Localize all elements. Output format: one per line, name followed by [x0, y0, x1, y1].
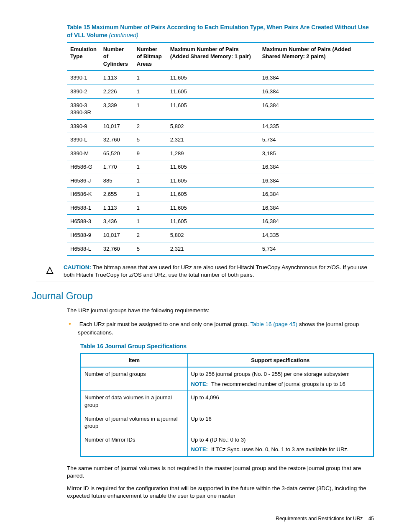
table-row: 3390-910,01725,80214,335 — [67, 119, 374, 133]
table-cell: 2,226 — [100, 85, 133, 98]
th-max2: Maximum Number of Pairs (Added Shared Me… — [259, 42, 374, 71]
table-cell: 5,802 — [167, 228, 259, 242]
th-emulation: Emulation Type — [67, 42, 100, 71]
th-cylinders: Number of Cylinders — [100, 42, 133, 71]
caution-label: CAUTION: — [64, 264, 91, 270]
table-cell: 10,017 — [100, 228, 133, 242]
table-cell-spec: Up to 4 (ID No.: 0 to 3)NOTE:If TCz Sync… — [187, 433, 373, 457]
paragraph-after-1: The same number of journal volumes is no… — [67, 465, 374, 480]
table-cell: 5,734 — [259, 133, 374, 147]
requirements-list: Each URz pair must be assigned to one an… — [78, 319, 374, 337]
table15-caption: Table 15 Maximum Number of Pairs Accordi… — [67, 23, 374, 39]
table-cell: 1 — [133, 215, 167, 229]
table-cell: H6588-L — [67, 242, 100, 256]
paragraph-after-2: Mirror ID is required for the configurat… — [67, 485, 374, 500]
th-bitmap: Number of Bitmap Areas — [133, 42, 167, 71]
table-cell-item: Number of journal groups — [81, 367, 187, 391]
table-row: 3390-22,226111,60516,384 — [67, 85, 374, 98]
table-cell: H6586-J — [67, 174, 100, 188]
table16: Item Support specifications Number of jo… — [80, 353, 374, 457]
caution-body: CAUTION: The bitmap areas that are used … — [64, 264, 374, 279]
table-cell: 11,605 — [167, 85, 259, 98]
table-row: H6588-11,113111,60516,384 — [67, 201, 374, 215]
table-cell: 1 — [133, 201, 167, 215]
table-cell: H6586-K — [67, 188, 100, 201]
table16-link[interactable]: Table 16 (page 45) — [251, 321, 298, 327]
table-cell: 1,770 — [100, 160, 133, 174]
table-cell: 3390-2 — [67, 85, 100, 98]
inline-note-text: If TCz Sync. uses No. 0, No. 1 to 3 are … — [211, 446, 349, 452]
table-cell: 1 — [133, 98, 167, 119]
table-row: 3390-L32,76052,3215,734 — [67, 133, 374, 147]
table-cell: 11,605 — [167, 71, 259, 85]
table-cell: 1 — [133, 174, 167, 188]
table-cell: H6588-3 — [67, 215, 100, 229]
table-cell: 2 — [133, 228, 167, 242]
table-row: Number of journal groupsUp to 256 journa… — [81, 367, 373, 391]
table-cell: 1 — [133, 85, 167, 98]
inline-note-label: NOTE: — [191, 446, 208, 452]
inline-note-label: NOTE: — [191, 381, 208, 387]
table-row: H6588-910,01725,80214,335 — [67, 228, 374, 242]
table-cell: H6586-G — [67, 160, 100, 174]
table-cell: 16,384 — [259, 174, 374, 188]
table-row: H6588-L32,76052,3215,734 — [67, 242, 374, 256]
table-cell-item: Number of data volumes in a journal grou… — [81, 391, 187, 412]
table-cell: 32,760 — [100, 242, 133, 256]
th-item: Item — [81, 353, 187, 368]
table-cell: 5,802 — [167, 119, 259, 133]
table-cell: 32,760 — [100, 133, 133, 147]
table-cell: 5 — [133, 133, 167, 147]
table-cell: 11,605 — [167, 215, 259, 229]
table-cell: 2,655 — [100, 188, 133, 201]
table-cell-item: Number of journal volumes in a journal g… — [81, 412, 187, 433]
table-cell: 3390-L — [67, 133, 100, 147]
table-cell: 1,113 — [100, 71, 133, 85]
table-cell: 3,185 — [259, 146, 374, 160]
table-cell: 1 — [133, 160, 167, 174]
table-cell: 2 — [133, 119, 167, 133]
table15-caption-continued: (continued) — [109, 32, 138, 39]
footer-text: Requirements and Restrictions for URz — [276, 516, 363, 522]
table-cell: 16,384 — [259, 71, 374, 85]
caution-block: △ CAUTION: The bitmap areas that are use… — [36, 264, 374, 279]
table-cell: 11,605 — [167, 98, 259, 119]
table-cell: H6588-1 — [67, 201, 100, 215]
table-cell: 11,605 — [167, 160, 259, 174]
th-max1: Maximum Number of Pairs (Added Shared Me… — [167, 42, 259, 71]
table-row: H6588-33,436111,60516,384 — [67, 215, 374, 229]
table-cell: H6588-9 — [67, 228, 100, 242]
table-cell: 3390-3 3390-3R — [67, 98, 100, 119]
table-cell: 10,017 — [100, 119, 133, 133]
table-cell: 3,339 — [100, 98, 133, 119]
table-cell: 16,384 — [259, 98, 374, 119]
th-spec: Support specifications — [187, 353, 373, 368]
table-cell-spec: Up to 256 journal groups (No. 0 - 255) p… — [187, 367, 373, 391]
table-cell-spec: Up to 4,096 — [187, 391, 373, 412]
table-row: 3390-3 3390-3R3,339111,60516,384 — [67, 98, 374, 119]
table-cell: 3390-9 — [67, 119, 100, 133]
table-cell-spec: Up to 16 — [187, 412, 373, 433]
table-cell: 11,605 — [167, 188, 259, 201]
table-row: H6586-J885111,60516,384 — [67, 174, 374, 188]
table-cell: 16,384 — [259, 160, 374, 174]
table-cell: 14,335 — [259, 228, 374, 242]
table-cell: 11,605 — [167, 201, 259, 215]
table-cell: 65,520 — [100, 146, 133, 160]
caution-separator — [36, 282, 374, 282]
table-cell: 1,113 — [100, 201, 133, 215]
table-cell: 885 — [100, 174, 133, 188]
table-cell: 16,384 — [259, 188, 374, 201]
table-row: 3390-M65,52091,2893,185 — [67, 146, 374, 160]
table15: Emulation Type Number of Cylinders Numbe… — [67, 42, 374, 256]
section-heading-journal-group: Journal Group — [32, 290, 374, 303]
table-cell: 16,384 — [259, 201, 374, 215]
table-row: H6586-K2,655111,60516,384 — [67, 188, 374, 201]
bullet-pre: Each URz pair must be assigned to one an… — [79, 321, 251, 327]
table-cell: 1 — [133, 188, 167, 201]
table-row: Number of Mirror IDsUp to 4 (ID No.: 0 t… — [81, 433, 373, 457]
intro-paragraph: The URz journal groups have the followin… — [67, 307, 374, 314]
page-footer: Requirements and Restrictions for URz 45 — [36, 515, 374, 522]
table-cell: 5 — [133, 242, 167, 256]
caution-text: The bitmap areas that are used for URz a… — [64, 264, 367, 278]
